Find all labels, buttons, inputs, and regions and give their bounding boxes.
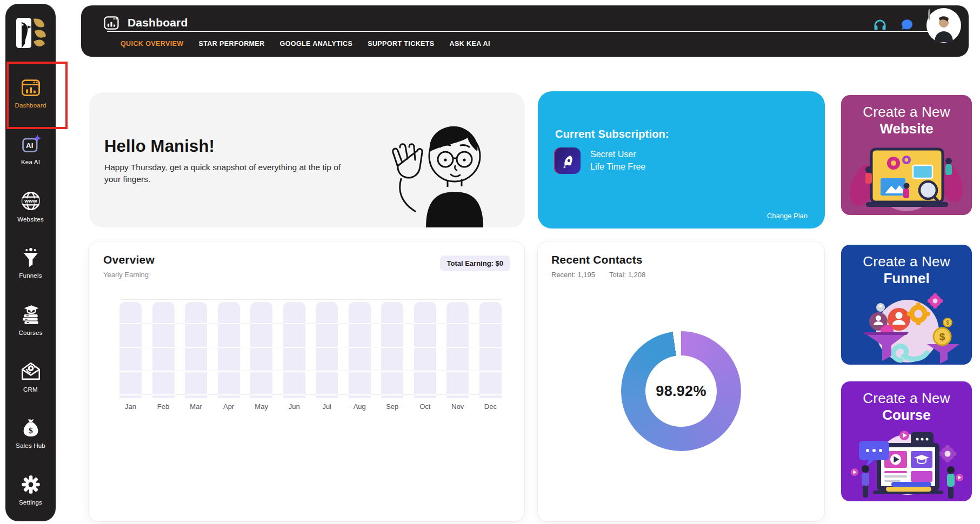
sidebar-item-label: Settings: [19, 499, 42, 506]
bar: [283, 302, 305, 398]
subscription-card: Current Subscription: Secret User Life T…: [538, 91, 825, 229]
bar: [414, 302, 436, 398]
bar: [185, 302, 207, 398]
bar-label: Oct: [414, 402, 436, 411]
promo-line2: Website: [841, 120, 972, 137]
dashboard-icon: [20, 77, 42, 98]
bar-label: May: [250, 402, 272, 411]
bar-label: Aug: [349, 402, 371, 411]
subscription-plan: Secret User Life Time Free: [590, 149, 645, 173]
sidebar-item-courses[interactable]: Courses: [5, 291, 56, 348]
sidebar-item-label: Kea AI: [21, 159, 40, 165]
sidebar-item-crm[interactable]: CRM: [5, 348, 56, 405]
bar: [479, 302, 502, 398]
bar-label: Jul: [316, 402, 338, 411]
promo-line2: Funnel: [841, 270, 972, 287]
contacts-stats: Recent: 1,195 Total: 1,208: [551, 271, 645, 279]
money-bag-icon: $: [20, 417, 42, 439]
tab-quick-overview[interactable]: QUICK OVERVIEW: [121, 38, 184, 50]
sidebar-item-dashboard[interactable]: Dashboard: [5, 64, 56, 121]
rocket-icon: [554, 147, 581, 174]
page-title: Dashboard: [128, 16, 188, 29]
crm-envelope-gear-icon: [19, 360, 42, 382]
create-course-card[interactable]: Create a New Course: [841, 381, 972, 501]
promo-line1: Create a New: [841, 390, 972, 407]
bar: [446, 302, 469, 398]
sidebar-item-label: Funnels: [19, 272, 42, 279]
contacts-total-count: Total: 1,208: [609, 271, 645, 279]
yearly-earning-bar-chart: [119, 299, 502, 398]
donut-percent-label: 98.92%: [656, 383, 706, 400]
sidebar-item-websites[interactable]: www Websites: [5, 178, 56, 234]
bar: [349, 302, 371, 398]
sidebar-item-label: Websites: [17, 216, 44, 223]
subscription-user: Secret User: [590, 149, 645, 160]
waving-person-illustration: [376, 113, 503, 227]
tab-google-analytics[interactable]: GOOGLE ANALYTICS: [280, 38, 353, 50]
promo-line1: Create a New: [841, 104, 972, 120]
kea-logo[interactable]: [5, 17, 56, 50]
promo-line1: Create a New: [841, 253, 972, 270]
funnel-icon: [20, 247, 42, 268]
donut-hole: 98.92%: [645, 355, 717, 427]
bar: [250, 302, 272, 398]
bar: [152, 302, 175, 398]
ai-icon: AI: [20, 133, 42, 155]
bar-label: Sep: [381, 402, 403, 411]
avatar[interactable]: [926, 8, 961, 43]
sidebar-item-label: Dashboard: [15, 102, 46, 109]
bar-chart-labels: JanFebMarAprMayJunJulAugSepOctNovDec: [119, 402, 502, 411]
top-header: Dashboard QUICK OVERVIEW STAR PERFORMER …: [81, 5, 969, 57]
overview-title: Overview: [103, 253, 155, 266]
bar-label: Nov: [446, 402, 469, 411]
bar-chart-columns: [119, 299, 502, 398]
sidebar-item-sales-hub[interactable]: $ Sales Hub: [5, 405, 56, 461]
sidebar-item-label: Courses: [18, 330, 42, 336]
sidebar-item-settings[interactable]: Settings: [5, 461, 56, 518]
svg-text:www: www: [24, 198, 37, 204]
bar-label: Jun: [283, 402, 305, 411]
headset-icon[interactable]: [872, 18, 888, 33]
create-website-card[interactable]: Create a New Website: [841, 95, 972, 215]
sidebar-item-label: Sales Hub: [16, 442, 45, 449]
tab-ask-kea-ai[interactable]: ASK KEA AI: [450, 38, 490, 50]
contacts-donut-chart: 98.92%: [621, 331, 741, 451]
svg-text:$: $: [946, 320, 949, 326]
bar: [119, 302, 142, 398]
welcome-title: Hello Manish!: [104, 137, 215, 156]
promo-line2: Course: [841, 407, 972, 424]
bar: [218, 302, 240, 398]
gear-icon: [20, 474, 42, 495]
app-root: Dashboard AI Kea AI www: [0, 0, 980, 524]
subscription-plan-name: Life Time Free: [590, 161, 645, 173]
overview-card: Overview Yearly Earning Total Earning: $…: [88, 241, 525, 522]
globe-www-icon: www: [19, 190, 42, 212]
tab-support-tickets[interactable]: SUPPORT TICKETS: [368, 38, 434, 50]
bar: [381, 302, 403, 398]
sidebar-item-kea-ai[interactable]: AI Kea AI: [5, 121, 56, 178]
overview-subtitle: Yearly Earning: [103, 271, 149, 279]
contacts-title: Recent Contacts: [551, 253, 643, 266]
subscription-heading: Current Subscription:: [555, 128, 669, 140]
bar-label: Dec: [479, 402, 502, 411]
change-plan-link[interactable]: Change Plan: [767, 212, 808, 220]
header-tabs: QUICK OVERVIEW STAR PERFORMER GOOGLE ANA…: [121, 38, 490, 50]
recent-contacts-card: Recent Contacts Recent: 1,195 Total: 1,2…: [537, 241, 825, 522]
bar-label: Jan: [119, 402, 142, 411]
funnel-illustration: $ $: [841, 289, 972, 365]
dashboard-window-icon: [103, 14, 120, 31]
sidebar-nav: Dashboard AI Kea AI www: [5, 64, 56, 518]
welcome-message: Happy Thursday, get a quick snapshot of …: [104, 162, 358, 186]
create-funnel-card[interactable]: Create a New Funnel $ $: [841, 245, 972, 365]
tab-star-performer[interactable]: STAR PERFORMER: [199, 38, 265, 50]
bar-label: Feb: [152, 402, 175, 411]
header-divider: [107, 31, 929, 32]
courses-icon: [19, 303, 42, 326]
svg-text:$: $: [29, 426, 33, 435]
sidebar-item-label: CRM: [23, 386, 38, 393]
chat-icon[interactable]: [899, 18, 915, 33]
kea-logo-icon: [15, 17, 46, 50]
bar-label: Mar: [185, 402, 207, 411]
sidebar-item-funnels[interactable]: Funnels: [5, 234, 56, 291]
total-earning-badge: Total Earning: $0: [440, 256, 511, 271]
